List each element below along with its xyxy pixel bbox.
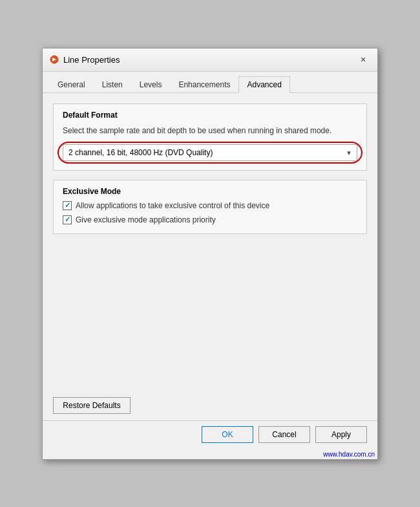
tab-advanced[interactable]: Advanced — [238, 76, 289, 93]
dialog-title: Line Properties — [63, 55, 120, 65]
default-format-description: Select the sample rate and bit depth to … — [63, 125, 357, 136]
cancel-button[interactable]: Cancel — [258, 426, 310, 443]
exclusive-mode-title: Exclusive Mode — [63, 187, 357, 196]
title-bar: Line Properties × — [43, 49, 377, 72]
format-dropdown[interactable]: 1 channel, 16 bit, 44100 Hz (CD Quality)… — [63, 144, 357, 161]
main-content: Default Format Select the sample rate an… — [43, 93, 377, 392]
tab-general[interactable]: General — [49, 76, 94, 93]
close-button[interactable]: × — [355, 52, 371, 67]
default-format-title: Default Format — [63, 111, 357, 120]
watermark: www.hdav.com.cn — [43, 451, 377, 459]
bottom-area: Restore Defaults — [43, 392, 377, 420]
allow-exclusive-checkbox[interactable] — [63, 201, 72, 210]
checkbox-row-give-priority: Give exclusive mode applications priorit… — [63, 215, 357, 224]
title-bar-left: Line Properties — [49, 54, 120, 65]
ok-button[interactable]: OK — [202, 426, 253, 443]
format-dropdown-wrapper: 1 channel, 16 bit, 44100 Hz (CD Quality)… — [63, 144, 357, 161]
give-priority-checkbox[interactable] — [63, 215, 72, 224]
restore-defaults-button[interactable]: Restore Defaults — [53, 397, 131, 414]
tab-levels[interactable]: Levels — [131, 76, 171, 93]
content-spacer — [53, 243, 367, 385]
tab-enhancements[interactable]: Enhancements — [170, 76, 238, 93]
exclusive-mode-section: Exclusive Mode Allow applications to tak… — [53, 180, 367, 234]
checkbox-row-allow-exclusive: Allow applications to take exclusive con… — [63, 201, 357, 210]
dialog-button-row: OK Cancel Apply — [43, 420, 377, 451]
line-properties-dialog: Line Properties × General Listen Levels … — [42, 48, 378, 460]
tab-bar: General Listen Levels Enhancements Advan… — [43, 72, 377, 93]
allow-exclusive-label: Allow applications to take exclusive con… — [76, 201, 269, 210]
apply-button[interactable]: Apply — [315, 426, 367, 443]
give-priority-label: Give exclusive mode applications priorit… — [76, 215, 216, 224]
tab-listen[interactable]: Listen — [94, 76, 131, 93]
app-icon — [49, 54, 59, 65]
default-format-section: Default Format Select the sample rate an… — [53, 103, 367, 171]
